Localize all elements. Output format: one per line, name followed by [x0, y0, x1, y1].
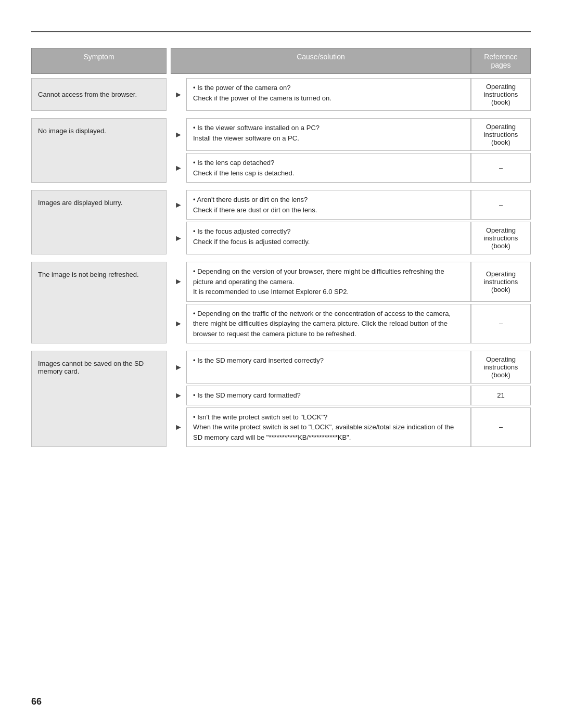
- ref-cell: Operating instructions (book): [471, 351, 531, 384]
- cause-cell: • Is the SD memory card inserted correct…: [186, 351, 471, 384]
- header-cause: Cause/solution: [171, 48, 471, 74]
- cause-cell: • Depending on the version of your brows…: [186, 262, 471, 302]
- arrow-icon: ►: [171, 304, 186, 344]
- cause-ref-col: ►• Depending on the version of your brow…: [171, 262, 531, 343]
- cause-ref-row: ►• Depending on the version of your brow…: [171, 262, 531, 302]
- page: Symptom Cause/solution Referencepages Ca…: [0, 0, 562, 496]
- cause-ref-col: ►• Is the SD memory card inserted correc…: [171, 351, 531, 447]
- ref-cell: Operating instructions (book): [471, 78, 531, 111]
- header-ref: Referencepages: [471, 48, 531, 74]
- cause-cell: • Is the power of the camera on? Check i…: [186, 78, 471, 111]
- ref-cell: Operating instructions (book): [471, 222, 531, 254]
- table-row: No image is displayed.►• Is the viewer s…: [31, 118, 531, 183]
- arrow-icon: ►: [171, 351, 186, 384]
- top-border: [31, 31, 531, 32]
- ref-cell: Operating instructions (book): [471, 118, 531, 151]
- table-header: Symptom Cause/solution Referencepages: [31, 48, 531, 74]
- cause-ref-row: ►• Aren't there dusts or dirt on the len…: [171, 190, 531, 220]
- symptom-cell: Cannot access from the browser.: [31, 78, 167, 111]
- arrow-icon: ►: [171, 118, 186, 151]
- cause-cell: • Is the lens cap detached? Check if the…: [186, 153, 471, 183]
- symptom-cell: No image is displayed.: [31, 118, 167, 183]
- table-row: Images cannot be saved on the SD memory …: [31, 351, 531, 447]
- cause-ref-row: ►• Depending on the traffic of the netwo…: [171, 304, 531, 344]
- ref-cell: –: [471, 304, 531, 344]
- cause-cell: • Is the viewer software installed on a …: [186, 118, 471, 151]
- ref-cell: –: [471, 153, 531, 183]
- cause-ref-row: ►• Isn't the write protect switch set to…: [171, 407, 531, 448]
- table-row: Cannot access from the browser.►• Is the…: [31, 78, 531, 111]
- arrow-icon: ►: [171, 386, 186, 405]
- cause-ref-row: ►• Is the lens cap detached? Check if th…: [171, 153, 531, 183]
- ref-cell: –: [471, 190, 531, 220]
- cause-ref-row: ►• Is the SD memory card inserted correc…: [171, 351, 531, 384]
- symptom-cell: Images cannot be saved on the SD memory …: [31, 351, 167, 447]
- cause-cell: • Is the SD memory card formatted?: [186, 386, 471, 405]
- ref-cell: –: [471, 407, 531, 448]
- arrow-icon: ►: [171, 262, 186, 302]
- ref-cell: 21: [471, 386, 531, 405]
- cause-ref-col: ►• Is the power of the camera on? Check …: [171, 78, 531, 111]
- page-number: 66: [31, 696, 42, 707]
- arrow-icon: ►: [171, 153, 186, 183]
- cause-cell: • Depending on the traffic of the networ…: [186, 304, 471, 344]
- arrow-icon: ►: [171, 222, 186, 254]
- cause-ref-row: ►• Is the SD memory card formatted?21: [171, 386, 531, 405]
- ref-cell: Operating instructions (book): [471, 262, 531, 302]
- table-row: Images are displayed blurry.►• Aren't th…: [31, 190, 531, 254]
- cause-cell: • Is the focus adjusted correctly? Check…: [186, 222, 471, 254]
- cause-ref-col: ►• Aren't there dusts or dirt on the len…: [171, 190, 531, 254]
- arrow-icon: ►: [171, 190, 186, 220]
- cause-ref-col: ►• Is the viewer software installed on a…: [171, 118, 531, 183]
- table-content: Cannot access from the browser.►• Is the…: [31, 78, 531, 454]
- cause-ref-row: ►• Is the viewer software installed on a…: [171, 118, 531, 151]
- cause-ref-row: ►• Is the focus adjusted correctly? Chec…: [171, 222, 531, 254]
- cause-cell: • Isn't the write protect switch set to …: [186, 407, 471, 448]
- table-row: The image is not being refreshed.►• Depe…: [31, 262, 531, 343]
- arrow-icon: ►: [171, 407, 186, 448]
- symptom-cell: Images are displayed blurry.: [31, 190, 167, 254]
- header-symptom: Symptom: [31, 48, 167, 74]
- cause-cell: • Aren't there dusts or dirt on the lens…: [186, 190, 471, 220]
- cause-ref-row: ►• Is the power of the camera on? Check …: [171, 78, 531, 111]
- arrow-icon: ►: [171, 78, 186, 111]
- symptom-cell: The image is not being refreshed.: [31, 262, 167, 343]
